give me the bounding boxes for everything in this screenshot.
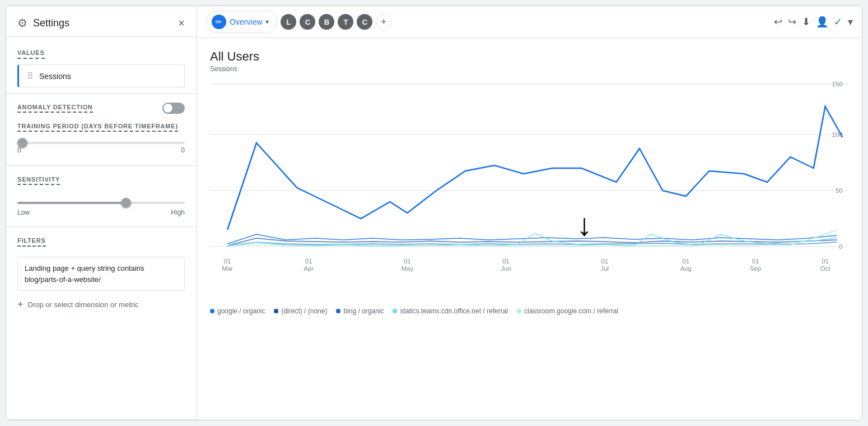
chart-wrapper: 150 100 50 0 ↓	[210, 78, 848, 370]
legend-dot-classroom	[517, 309, 521, 313]
legend-dot-direct	[274, 309, 278, 313]
anomaly-row: ANOMALY DETECTION	[17, 103, 185, 114]
main-chart-svg: 150 100 50 0 ↓	[210, 78, 848, 303]
svg-text:01: 01	[682, 258, 689, 265]
svg-text:↓: ↓	[576, 207, 592, 242]
sessions-box[interactable]: ⠿ Sessions	[17, 64, 185, 87]
svg-text:01: 01	[822, 258, 829, 265]
svg-text:May: May	[402, 265, 414, 272]
svg-text:01: 01	[305, 258, 312, 265]
sidebar-title: ⚙ Settings	[17, 16, 69, 30]
svg-text:150: 150	[832, 81, 843, 87]
drag-icon: ⠿	[27, 71, 34, 81]
toggle-knob	[164, 104, 172, 113]
svg-text:Aug: Aug	[680, 265, 692, 272]
chevron-down-icon: ▾	[265, 18, 269, 26]
add-user-icon[interactable]: 👤	[816, 16, 828, 28]
add-filter-row[interactable]: + Drop or select dimension or metric	[17, 299, 185, 311]
svg-text:01: 01	[404, 258, 411, 265]
overview-label: Overview	[230, 17, 262, 26]
sensitivity-low: Low	[17, 209, 30, 216]
values-section: VALUES ⠿ Sessions	[6, 37, 196, 94]
svg-text:Sep: Sep	[750, 265, 761, 272]
training-slider-track	[17, 142, 185, 144]
add-filter-label: Drop or select dimension or metric	[28, 300, 139, 309]
settings-sidebar: ⚙ Settings × VALUES ⠿ Sessions ANOMALY D…	[6, 6, 197, 420]
values-label: VALUES	[17, 49, 45, 59]
tab-t[interactable]: T	[338, 14, 353, 30]
chevron-down-toolbar-icon[interactable]: ▾	[848, 16, 853, 28]
gear-icon: ⚙	[17, 16, 27, 30]
sessions-label: Sessions	[39, 72, 71, 81]
legend-label-classroom: classroom.google.com / referral	[524, 307, 618, 315]
overview-icon: ✏	[212, 15, 226, 29]
svg-text:01: 01	[224, 258, 231, 265]
sensitivity-section: SENSITIVITY Low High	[6, 166, 196, 227]
undo-icon[interactable]: ↩	[774, 16, 782, 28]
legend-teams: statics.teams.cdn.office.net / referral	[393, 307, 508, 315]
sidebar-header: ⚙ Settings ×	[6, 6, 196, 37]
sensitivity-label: SENSITIVITY	[17, 176, 60, 185]
overview-tab[interactable]: ✏ Overview ▾	[206, 11, 277, 33]
chart-title: All Users	[210, 49, 848, 64]
check-circle-icon[interactable]: ✓	[834, 16, 842, 28]
anomaly-label: ANOMALY DETECTION	[17, 104, 93, 113]
series-google	[227, 234, 837, 244]
anomaly-toggle[interactable]	[162, 103, 185, 114]
sensitivity-thumb[interactable]	[121, 198, 131, 208]
add-tab-button[interactable]: +	[376, 14, 391, 30]
training-slider-thumb[interactable]	[17, 138, 27, 148]
legend-label-direct: (direct) / (none)	[281, 307, 327, 315]
filters-section: FILTERS Landing page + query string cont…	[6, 227, 196, 420]
legend-bing: bing / organic	[336, 307, 384, 315]
svg-text:Jun: Jun	[501, 265, 511, 272]
legend-direct: (direct) / (none)	[274, 307, 327, 315]
tab-b[interactable]: B	[319, 14, 334, 30]
legend-dot-bing	[336, 309, 340, 313]
svg-text:0: 0	[839, 243, 842, 250]
svg-text:01: 01	[752, 258, 759, 265]
tab-l[interactable]: L	[281, 14, 296, 30]
legend-google: google / organic	[210, 307, 265, 315]
legend-label-teams: statics.teams.cdn.office.net / referral	[400, 307, 508, 315]
filter-box[interactable]: Landing page + query string contains blo…	[17, 257, 185, 291]
sensitivity-fill	[17, 202, 126, 204]
main-series-line	[227, 106, 843, 230]
pencil-icon: ✏	[216, 17, 222, 26]
sensitivity-range: Low High	[17, 209, 185, 216]
close-icon[interactable]: ×	[178, 17, 185, 30]
anomaly-section: ANOMALY DETECTION TRAINING PERIOD (DAYS …	[6, 94, 196, 166]
legend-dot-google	[210, 309, 214, 313]
svg-text:Oct: Oct	[820, 265, 831, 272]
svg-text:Mar: Mar	[222, 265, 233, 272]
legend-dot-teams	[393, 309, 397, 313]
svg-text:Apr: Apr	[304, 265, 314, 272]
training-value-row: 0 0	[17, 146, 185, 154]
legend-label-google: google / organic	[217, 307, 265, 315]
chart-legend: google / organic (direct) / (none) bing …	[210, 307, 848, 315]
sensitivity-high: High	[171, 209, 185, 216]
chart-subtitle: Sessions	[210, 65, 848, 73]
main-content: ✏ Overview ▾ L C B T C + ↩ ↪ ⬇ 👤 ✓ ▾	[197, 6, 862, 420]
chart-area: All Users Sessions 150 100 50 0	[197, 38, 862, 420]
filters-label: FILTERS	[17, 237, 46, 247]
svg-text:01: 01	[601, 258, 608, 265]
top-bar: ✏ Overview ▾ L C B T C + ↩ ↪ ⬇ 👤 ✓ ▾	[197, 6, 862, 38]
tab-c1[interactable]: C	[300, 14, 315, 30]
tab-c2[interactable]: C	[357, 14, 372, 30]
svg-text:Jul: Jul	[600, 265, 609, 272]
legend-classroom: classroom.google.com / referral	[517, 307, 618, 315]
settings-title-label: Settings	[33, 17, 69, 29]
legend-label-bing: bing / organic	[343, 307, 384, 315]
svg-text:01: 01	[502, 258, 510, 265]
training-label: TRAINING PERIOD (DAYS BEFORE TIMEFRAME)	[17, 123, 178, 132]
download-icon[interactable]: ⬇	[802, 16, 810, 28]
add-filter-icon: +	[17, 299, 24, 311]
tab-area: ✏ Overview ▾ L C B T C +	[206, 11, 391, 33]
sensitivity-slider-track	[17, 202, 185, 204]
training-max: 0	[181, 146, 185, 154]
redo-icon[interactable]: ↪	[788, 16, 796, 28]
toolbar-actions: ↩ ↪ ⬇ 👤 ✓ ▾	[774, 16, 853, 28]
svg-text:50: 50	[836, 187, 843, 194]
